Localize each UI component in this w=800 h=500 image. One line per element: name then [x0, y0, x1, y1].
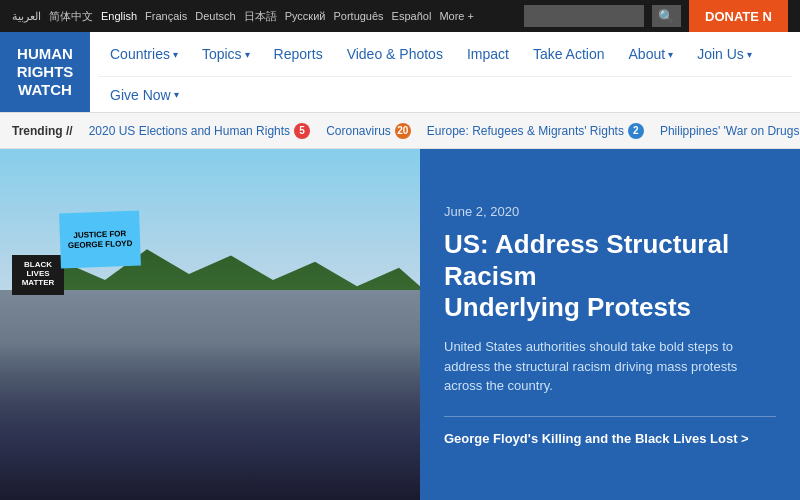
lang-russian[interactable]: Русский [285, 10, 326, 22]
hero-image: BLACK LIVES MATTER JUSTICE FOR GEORGE FL… [0, 149, 420, 500]
lang-spanish[interactable]: Español [392, 10, 432, 22]
main-content: BLACK LIVES MATTER JUSTICE FOR GEORGE FL… [0, 149, 800, 500]
top-bar: العربية 简体中文 English Français Deutsch 日本… [0, 0, 800, 32]
trending-item-0[interactable]: 2020 US Elections and Human Rights 5 [89, 123, 310, 139]
nav-join-us[interactable]: Join Us▾ [685, 42, 764, 66]
nav-impact[interactable]: Impact [455, 42, 521, 66]
nav-video-photos[interactable]: Video & Photos [335, 42, 455, 66]
logo-line1: HUMAN [17, 45, 74, 63]
nav-give-now[interactable]: Give Now▾ [98, 83, 191, 107]
trending-item-1[interactable]: Coronavirus 20 [326, 123, 411, 139]
article-description: United States authorities should take bo… [444, 337, 776, 396]
justice-sign: JUSTICE FOR GEORGE FLOYD [59, 211, 141, 269]
lang-german[interactable]: Deutsch [195, 10, 235, 22]
header: HUMAN RIGHTS WATCH Countries▾ Topics▾ Re… [0, 32, 800, 113]
lang-english[interactable]: English [101, 10, 137, 22]
nav-take-action[interactable]: Take Action [521, 42, 617, 66]
trending-badge-0: 5 [294, 123, 310, 139]
logo-line2: RIGHTS [17, 63, 74, 81]
search-input[interactable] [524, 5, 644, 27]
article-date: June 2, 2020 [444, 204, 776, 219]
lang-more[interactable]: More + [439, 10, 474, 22]
donate-button[interactable]: DONATE N [689, 0, 788, 32]
silhouette-layer [0, 343, 420, 500]
trending-label: Trending // [12, 124, 73, 138]
logo[interactable]: HUMAN RIGHTS WATCH [0, 32, 90, 112]
article-panel: June 2, 2020 US: Address Structural Raci… [420, 149, 800, 500]
givenow-arrow: ▾ [174, 89, 179, 100]
trending-item-3[interactable]: Philippines' 'War on Drugs' 1 [660, 123, 800, 139]
blm-sign: BLACK LIVES MATTER [12, 255, 64, 295]
lang-french[interactable]: Français [145, 10, 187, 22]
top-bar-right: 🔍 DONATE N [524, 0, 788, 32]
search-button[interactable]: 🔍 [652, 5, 681, 27]
lang-arabic[interactable]: العربية [12, 10, 41, 23]
lang-portuguese[interactable]: Português [333, 10, 383, 22]
logo-line3: WATCH [17, 81, 74, 99]
nav-about[interactable]: About▾ [617, 42, 686, 66]
trending-bar: Trending // 2020 US Elections and Human … [0, 113, 800, 149]
article-title: US: Address Structural RacismUnderlying … [444, 229, 776, 323]
trending-badge-2: 2 [628, 123, 644, 139]
countries-arrow: ▾ [173, 49, 178, 60]
protest-photo: BLACK LIVES MATTER JUSTICE FOR GEORGE FL… [0, 149, 420, 500]
trending-badge-1: 20 [395, 123, 411, 139]
nav-row-1: Countries▾ Topics▾ Reports Video & Photo… [98, 32, 792, 76]
nav-reports[interactable]: Reports [262, 42, 335, 66]
joinus-arrow: ▾ [747, 49, 752, 60]
nav-topics[interactable]: Topics▾ [190, 42, 262, 66]
language-selector: العربية 简体中文 English Français Deutsch 日本… [12, 9, 474, 24]
article-link[interactable]: George Floyd's Killing and the Black Liv… [444, 416, 776, 446]
nav-row-2: Give Now▾ [98, 76, 792, 112]
nav-area: Countries▾ Topics▾ Reports Video & Photo… [90, 32, 800, 112]
lang-japanese[interactable]: 日本語 [244, 9, 277, 24]
topics-arrow: ▾ [245, 49, 250, 60]
nav-countries[interactable]: Countries▾ [98, 42, 190, 66]
about-arrow: ▾ [668, 49, 673, 60]
trending-item-2[interactable]: Europe: Refugees & Migrants' Rights 2 [427, 123, 644, 139]
lang-chinese[interactable]: 简体中文 [49, 9, 93, 24]
